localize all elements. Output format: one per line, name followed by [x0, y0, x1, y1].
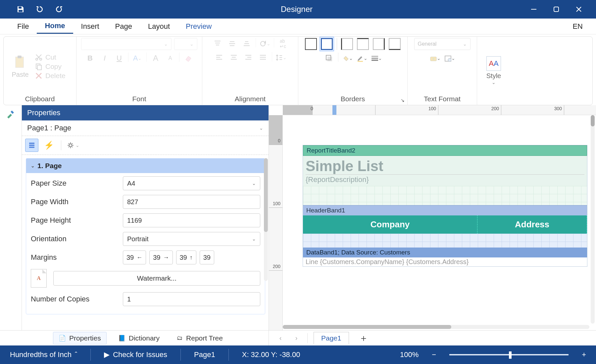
border-shadow-button[interactable] [323, 53, 335, 64]
watermark-button[interactable]: Watermark... [53, 271, 260, 286]
font-color-button[interactable]: A⌄ [132, 53, 143, 64]
undo-icon [35, 5, 44, 14]
tab-report-tree[interactable]: 🗂Report Tree [171, 332, 228, 344]
shrink-font-button[interactable]: A [165, 53, 176, 64]
border-all-button[interactable] [305, 38, 317, 50]
border-none-button[interactable] [321, 38, 333, 50]
props-events-button[interactable]: ⚡ [42, 139, 56, 152]
group-label-clipboard: Clipboard [8, 95, 72, 104]
vertical-ruler[interactable]: 0 100 200 [269, 115, 283, 330]
minimize-button[interactable] [530, 5, 538, 13]
svg-point-48 [448, 58, 451, 62]
units-selector[interactable]: Hundredths of Inch ˆ [10, 350, 77, 359]
rotate-button[interactable]: ⌄ [259, 38, 271, 49]
paste-button[interactable]: Paste [8, 55, 32, 78]
align-middle-button[interactable] [226, 38, 238, 49]
label-copies: Number of Copies [31, 295, 117, 303]
align-right-button[interactable] [243, 52, 254, 63]
design-surface[interactable]: ReportTitleBand2 Simple List {ReportDesc… [283, 115, 596, 330]
properties-scrollbar[interactable] [264, 158, 268, 281]
save-button[interactable] [16, 5, 25, 14]
redo-button[interactable] [54, 5, 64, 14]
section-header-page[interactable]: ⌄ 1. Page [26, 159, 265, 173]
header-row[interactable]: Company Address [303, 215, 587, 234]
zoom-in-button[interactable]: + [582, 350, 586, 359]
text-report-description[interactable]: {ReportDescription} [306, 174, 584, 184]
zoom-out-button[interactable]: − [432, 350, 436, 359]
object-selector[interactable]: Page1 : Page ⌄ [22, 120, 269, 136]
margin-top-input[interactable]: 39↑ [176, 250, 196, 264]
align-top-button[interactable] [212, 38, 223, 49]
toolbox-button[interactable] [5, 109, 17, 120]
props-settings-button[interactable]: ⌄ [67, 139, 80, 152]
number-format-combo[interactable]: General⌄ [414, 38, 471, 50]
clear-format-button[interactable] [183, 53, 194, 64]
props-categorized-button[interactable] [25, 139, 38, 152]
border-style-button[interactable]: ⌄ [371, 53, 382, 64]
page-tab-page1[interactable]: Page1 [314, 332, 349, 344]
wrap-text-button[interactable]: ab↵c [277, 38, 289, 49]
menu-insert[interactable]: Insert [73, 20, 107, 33]
style-button[interactable]: AA Style ⌄ [482, 56, 506, 85]
canvas-horizontal-scrollbar[interactable] [283, 325, 589, 329]
date-format-button[interactable]: ⌄ [444, 53, 455, 64]
band-header-label[interactable]: HeaderBand1 [303, 205, 587, 215]
border-top-button[interactable] [357, 38, 369, 50]
header-col-address[interactable]: Address [477, 215, 587, 234]
border-color-button[interactable]: ⌄ [356, 53, 368, 64]
delete-button[interactable]: Delete [35, 72, 66, 80]
copies-input[interactable] [123, 292, 260, 306]
header-col-company[interactable]: Company [303, 215, 477, 234]
menu-preview[interactable]: Preview [178, 20, 220, 33]
margin-left-input[interactable]: 39← [123, 250, 146, 264]
menu-home[interactable]: Home [37, 19, 73, 34]
page-height-input[interactable] [123, 213, 260, 227]
margin-right-input[interactable]: 39→ [149, 250, 173, 264]
line-spacing-button[interactable]: ⌄ [275, 52, 287, 63]
align-justify-button[interactable] [257, 52, 269, 63]
maximize-button[interactable] [552, 5, 560, 13]
data-row-fields[interactable]: Line {Customers.CompanyName} {Customers.… [303, 257, 587, 266]
band-report-title-label[interactable]: ReportTitleBand2 [303, 145, 587, 156]
tab-dictionary[interactable]: 📘Dictionary [113, 332, 165, 344]
border-left-button[interactable] [341, 38, 353, 50]
borders-dialog-launcher[interactable]: ↘ [401, 98, 405, 103]
italic-button[interactable]: I [99, 53, 110, 64]
orientation-select[interactable]: Portrait⌄ [123, 232, 260, 246]
horizontal-ruler[interactable]: 0 100 200 300 [283, 105, 596, 115]
currency-button[interactable]: ⌄ [429, 53, 441, 64]
underline-button[interactable]: U [114, 53, 125, 64]
font-size-combo[interactable]: ⌄ [174, 38, 197, 50]
menu-page[interactable]: Page [107, 20, 140, 33]
report-page[interactable]: ReportTitleBand2 Simple List {ReportDesc… [303, 145, 587, 267]
zoom-slider[interactable] [449, 354, 569, 355]
canvas-vertical-scrollbar[interactable] [591, 115, 595, 324]
menu-layout[interactable]: Layout [140, 20, 178, 33]
band-data-label[interactable]: DataBand1; Data Source: Customers [303, 248, 587, 257]
align-left-button[interactable] [214, 52, 225, 63]
undo-button[interactable] [35, 5, 44, 14]
grow-font-button[interactable]: A [150, 53, 161, 64]
fill-color-button[interactable]: ⌄ [342, 53, 353, 64]
svg-rect-7 [18, 56, 22, 58]
text-report-title[interactable]: Simple List [306, 158, 584, 174]
language-selector[interactable]: EN [572, 22, 587, 31]
check-issues-button[interactable]: ▶Check for Issues [104, 350, 167, 359]
add-page-button[interactable]: ＋ [355, 332, 372, 344]
close-button[interactable] [575, 5, 583, 13]
copy-button[interactable]: Copy [35, 63, 66, 70]
page-nav-next[interactable]: › [291, 334, 301, 342]
paper-size-select[interactable]: A4⌄ [123, 176, 260, 190]
margin-bottom-input[interactable]: 39 [200, 250, 214, 264]
cut-button[interactable]: Cut [35, 53, 66, 61]
bold-button[interactable]: B [84, 53, 96, 64]
menu-file[interactable]: File [9, 20, 37, 33]
border-right-button[interactable] [373, 38, 385, 50]
font-family-combo[interactable]: ⌄ [81, 38, 172, 50]
page-width-input[interactable] [123, 195, 260, 209]
border-bottom-button[interactable] [389, 38, 401, 50]
page-nav-prev[interactable]: ‹ [275, 334, 285, 342]
align-center-button[interactable] [228, 52, 239, 63]
align-bottom-button[interactable] [241, 38, 252, 49]
tab-properties[interactable]: 📄Properties [53, 332, 107, 344]
